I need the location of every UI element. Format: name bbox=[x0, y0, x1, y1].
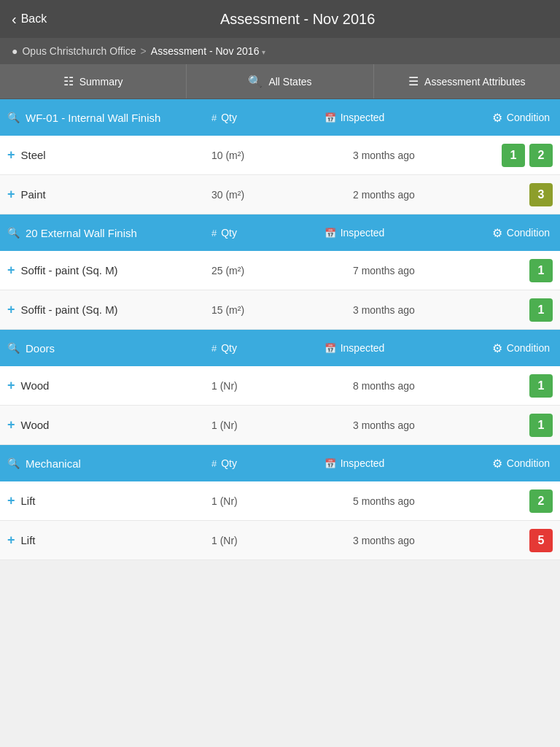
row-inspected: 5 months ago bbox=[353, 495, 494, 507]
cat-name-ext20: 🔍 20 External Wall Finish bbox=[7, 227, 211, 239]
row-condition: 5 bbox=[494, 529, 553, 552]
summary-icon: ☷ bbox=[63, 74, 74, 88]
row-condition: 1 bbox=[494, 374, 553, 398]
condition-badge: 1 bbox=[529, 414, 553, 437]
row-condition: 12 bbox=[494, 144, 553, 167]
breadcrumb-location[interactable]: Opus Christchurch Office bbox=[22, 45, 136, 57]
condition-badge: 2 bbox=[529, 489, 553, 513]
calendar-icon: 📅 bbox=[324, 458, 336, 469]
summary-label: Summary bbox=[79, 76, 123, 88]
cat-header-wf01[interactable]: 🔍 WF-01 - Internal Wall Finish # Qty 📅 I… bbox=[0, 99, 560, 136]
table-row[interactable]: + Soffit - paint (Sq. M) 15 (m²) 3 month… bbox=[0, 290, 560, 330]
table-row[interactable]: + Wood 1 (Nr) 3 months ago 1 bbox=[0, 406, 560, 445]
row-qty: 15 (m²) bbox=[211, 304, 353, 316]
toolbar: ☷ Summary 🔍 All States ☰ Assessment Attr… bbox=[0, 64, 560, 99]
plus-icon: + bbox=[7, 378, 15, 393]
dropdown-arrow-icon: ▾ bbox=[262, 48, 265, 56]
row-name: + Lift bbox=[7, 493, 211, 508]
cat-header-ext20[interactable]: 🔍 20 External Wall Finish # Qty 📅 Inspec… bbox=[0, 214, 560, 251]
location-icon: ● bbox=[12, 45, 18, 57]
cat-col-inspected: 📅 Inspected bbox=[324, 457, 438, 469]
toolbar-all-states[interactable]: 🔍 All States bbox=[187, 64, 373, 98]
row-qty: 1 (Nr) bbox=[211, 419, 353, 431]
cat-col-qty: # Qty bbox=[211, 457, 324, 469]
row-inspected: 3 months ago bbox=[353, 150, 494, 161]
plus-icon: + bbox=[7, 187, 15, 202]
row-qty: 1 (Nr) bbox=[211, 495, 353, 507]
calendar-icon: 📅 bbox=[324, 228, 336, 239]
cat-search-icon: 🔍 bbox=[7, 227, 20, 239]
row-condition: 1 bbox=[494, 414, 553, 437]
hash-icon: # bbox=[211, 112, 217, 123]
all-states-label: All States bbox=[268, 76, 311, 88]
section-mechanical: 🔍 Mechanical # Qty 📅 Inspected ⚙ Conditi… bbox=[0, 445, 560, 560]
row-inspected: 8 months ago bbox=[353, 380, 494, 392]
row-qty: 30 (m²) bbox=[211, 189, 353, 201]
row-name: + Lift bbox=[7, 533, 211, 548]
calendar-icon: 📅 bbox=[324, 112, 336, 123]
cat-name-mechanical: 🔍 Mechanical bbox=[7, 457, 211, 470]
cat-col-inspected: 📅 Inspected bbox=[324, 342, 438, 354]
cat-name-wf01: 🔍 WF-01 - Internal Wall Finish bbox=[7, 112, 211, 124]
back-button[interactable]: ‹ Back bbox=[12, 11, 47, 28]
cat-col-qty: # Qty bbox=[211, 227, 324, 239]
condition-badge: 1 bbox=[529, 298, 553, 322]
hash-icon: # bbox=[211, 228, 217, 239]
back-arrow-icon: ‹ bbox=[12, 11, 17, 28]
table-row[interactable]: + Steel 10 (m²) 3 months ago 12 bbox=[0, 136, 560, 175]
toolbar-summary[interactable]: ☷ Summary bbox=[0, 64, 187, 98]
row-name: + Steel bbox=[7, 147, 211, 163]
row-qty: 1 (Nr) bbox=[211, 380, 353, 392]
cat-col-condition: ⚙ Condition bbox=[437, 226, 553, 240]
cat-header-mechanical[interactable]: 🔍 Mechanical # Qty 📅 Inspected ⚙ Conditi… bbox=[0, 445, 560, 481]
cat-search-icon: 🔍 bbox=[7, 342, 20, 354]
row-inspected: 2 months ago bbox=[353, 189, 494, 201]
condition-badge: 1 bbox=[529, 259, 553, 282]
table-row[interactable]: + Wood 1 (Nr) 8 months ago 1 bbox=[0, 366, 560, 406]
row-condition: 3 bbox=[494, 183, 553, 206]
page-title: Assessment - Nov 2016 bbox=[47, 11, 548, 28]
breadcrumb-current[interactable]: Assessment - Nov 2016 ▾ bbox=[151, 45, 266, 57]
cat-name-doors: 🔍 Doors bbox=[7, 342, 211, 355]
row-inspected: 7 months ago bbox=[353, 265, 494, 276]
row-name: + Soffit - paint (Sq. M) bbox=[7, 302, 211, 317]
cat-header-doors[interactable]: 🔍 Doors # Qty 📅 Inspected ⚙ Condition bbox=[0, 330, 560, 366]
cat-col-condition: ⚙ Condition bbox=[437, 111, 553, 125]
breadcrumb: ● Opus Christchurch Office > Assessment … bbox=[0, 38, 560, 64]
condition-badge: 2 bbox=[529, 144, 553, 167]
row-name: + Wood bbox=[7, 378, 211, 393]
row-inspected: 3 months ago bbox=[353, 304, 494, 316]
plus-icon: + bbox=[7, 417, 15, 433]
calendar-icon: 📅 bbox=[324, 343, 336, 354]
table-row[interactable]: + Soffit - paint (Sq. M) 25 (m²) 7 month… bbox=[0, 251, 560, 290]
section-doors: 🔍 Doors # Qty 📅 Inspected ⚙ Condition + … bbox=[0, 330, 560, 445]
cat-search-icon: 🔍 bbox=[7, 112, 20, 123]
gear-icon: ⚙ bbox=[492, 111, 502, 125]
back-label: Back bbox=[21, 12, 47, 26]
plus-icon: + bbox=[7, 263, 15, 278]
cat-col-inspected: 📅 Inspected bbox=[324, 227, 438, 239]
breadcrumb-separator: > bbox=[141, 45, 147, 57]
main-content: 🔍 WF-01 - Internal Wall Finish # Qty 📅 I… bbox=[0, 99, 560, 560]
table-row[interactable]: + Lift 1 (Nr) 5 months ago 2 bbox=[0, 481, 560, 521]
row-qty: 1 (Nr) bbox=[211, 535, 353, 546]
cat-col-qty: # Qty bbox=[211, 342, 324, 354]
plus-icon: + bbox=[7, 493, 15, 508]
assessment-icon: ☰ bbox=[408, 74, 419, 88]
row-inspected: 3 months ago bbox=[353, 535, 494, 546]
search-icon: 🔍 bbox=[248, 74, 262, 88]
cat-col-qty: # Qty bbox=[211, 112, 324, 123]
row-qty: 25 (m²) bbox=[211, 265, 353, 276]
toolbar-assessment-attributes[interactable]: ☰ Assessment Attributes bbox=[374, 64, 560, 98]
gear-icon: ⚙ bbox=[492, 226, 502, 240]
plus-icon: + bbox=[7, 302, 15, 317]
plus-icon: + bbox=[7, 147, 15, 163]
hash-icon: # bbox=[211, 343, 217, 354]
section-wf01: 🔍 WF-01 - Internal Wall Finish # Qty 📅 I… bbox=[0, 99, 560, 214]
app-header: ‹ Back Assessment - Nov 2016 bbox=[0, 0, 560, 38]
table-row[interactable]: + Lift 1 (Nr) 3 months ago 5 bbox=[0, 521, 560, 560]
condition-badge: 5 bbox=[529, 529, 553, 552]
condition-badge: 1 bbox=[502, 144, 525, 167]
row-name: + Paint bbox=[7, 187, 211, 202]
table-row[interactable]: + Paint 30 (m²) 2 months ago 3 bbox=[0, 175, 560, 214]
